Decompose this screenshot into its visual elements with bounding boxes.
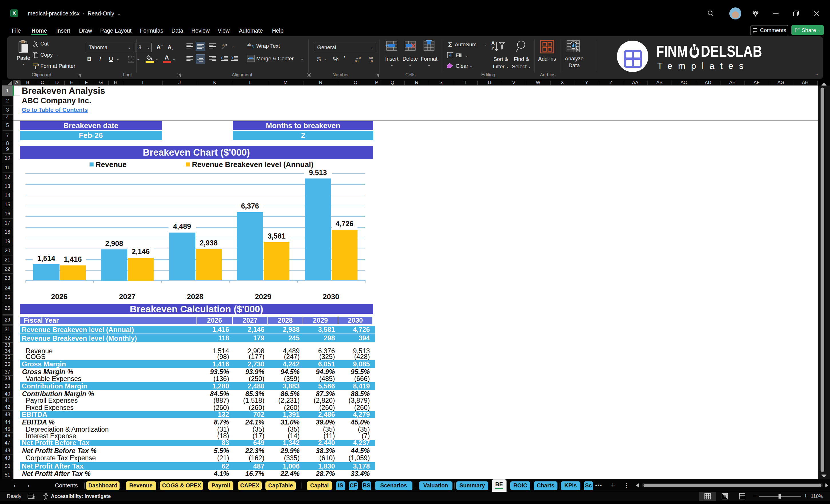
svg-text:A: A — [491, 41, 495, 45]
svg-text:.00: .00 — [354, 60, 358, 63]
svg-text:Z: Z — [491, 46, 494, 51]
svg-text:ab: ab — [247, 42, 251, 46]
svg-text:ab: ab — [222, 43, 225, 47]
svg-text:.00: .00 — [369, 56, 373, 60]
svg-text:←0: ←0 — [356, 56, 361, 60]
svg-text:→0: →0 — [368, 60, 373, 63]
